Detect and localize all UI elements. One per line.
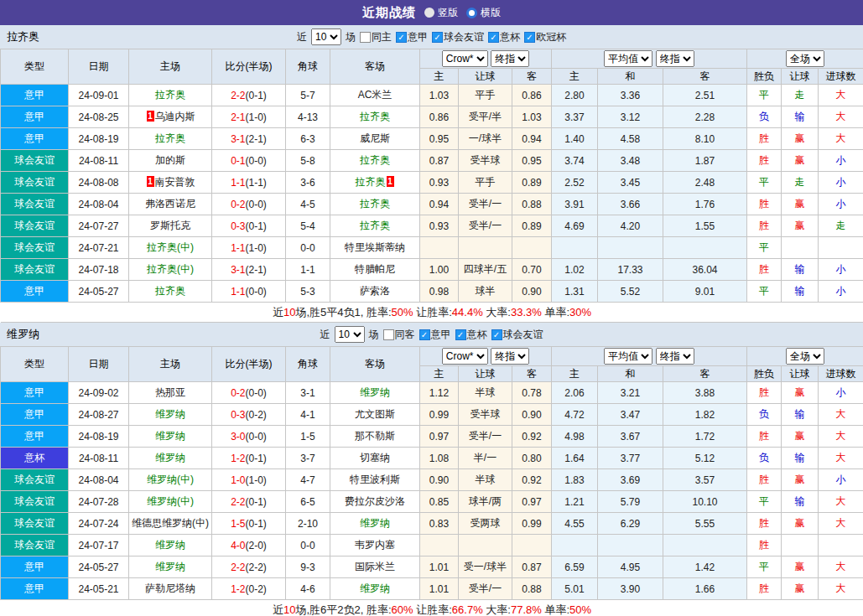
checkbox-unchecked-icon[interactable] xyxy=(383,329,394,340)
handicap-result-cell: 赢 xyxy=(782,194,819,215)
vertical-layout-radio[interactable]: 竖版 xyxy=(424,6,458,20)
team-label: 弗洛西诺尼 xyxy=(145,198,195,210)
team-label: 加的斯 xyxy=(155,154,185,166)
bookmaker-select[interactable]: Crow* xyxy=(442,50,488,67)
avg-away-cell: 10.10 xyxy=(663,491,747,513)
result-label: 赢 xyxy=(795,132,805,144)
handicap-result-cell: 输 xyxy=(782,448,819,469)
result-label: 平 xyxy=(759,495,769,507)
summary-text: 近 xyxy=(273,603,283,616)
avg-home-cell: 3.91 xyxy=(552,194,598,215)
away-team-cell: 韦罗内塞 xyxy=(330,535,420,556)
score-cell: 1-5(0-1) xyxy=(212,513,286,535)
odds-home-cell: 1.01 xyxy=(420,556,459,578)
odds-home-cell: 0.90 xyxy=(420,469,459,491)
checkbox-checked-icon[interactable]: ✓ xyxy=(419,329,430,340)
odds-away-cell xyxy=(512,237,552,259)
odds-away-cell: 0.78 xyxy=(512,382,552,404)
result-label: 大 xyxy=(836,582,846,594)
checkbox-checked-icon[interactable]: ✓ xyxy=(455,329,466,340)
match-row: 意甲24-05-21萨勒尼塔纳1-2(0-2)4-6维罗纳1.01受半/一0.8… xyxy=(1,578,863,600)
result-cell: 平 xyxy=(747,172,782,194)
horizontal-layout-radio[interactable]: 横版 xyxy=(466,6,501,20)
half-score: (0-1) xyxy=(246,453,267,464)
match-row: 球会友谊24-07-17维罗纳4-0(2-0)0-0韦罗内塞胜 xyxy=(1,535,863,556)
result-group-header: 全场 xyxy=(747,49,863,69)
league-filter[interactable]: ✓意杯 xyxy=(488,30,520,44)
result-cell: 负 xyxy=(747,448,782,469)
half-score: (0-2) xyxy=(246,409,267,421)
home-team-cell: 拉齐奥 xyxy=(129,281,212,303)
handicap-result-cell xyxy=(782,535,819,556)
same-venue-filter[interactable]: 同主 xyxy=(360,30,392,44)
match-row: 意甲24-08-251乌迪内斯2-1(1-0)4-13拉齐奥0.86受平/半1.… xyxy=(1,106,863,128)
result-label: 输 xyxy=(795,408,805,420)
near-label: 近 xyxy=(320,328,330,342)
avg-time-select[interactable]: 终指 xyxy=(656,348,694,365)
match-count-select[interactable]: 10 xyxy=(335,326,365,343)
odds-away-cell: 0.92 xyxy=(512,426,552,448)
league-filter[interactable]: ✓意杯 xyxy=(455,328,487,342)
col-avg-away: 客 xyxy=(663,69,747,85)
odds-home-cell: 1.03 xyxy=(420,85,459,106)
matches-unit-label: 场 xyxy=(369,328,379,342)
col-score: 比分(半场) xyxy=(212,347,286,382)
match-row: 意甲24-08-19拉齐奥3-1(2-1)6-3威尼斯0.95一/球半0.941… xyxy=(1,128,863,150)
league-filter[interactable]: ✓意甲 xyxy=(396,30,428,44)
odds-away-cell: 0.88 xyxy=(512,194,552,215)
type-badge: 意杯 xyxy=(1,448,69,469)
date-cell: 24-07-28 xyxy=(69,491,129,513)
odds-time-select[interactable]: 终指 xyxy=(491,348,529,365)
summary-text: 场,胜5平4负1, 胜率: xyxy=(295,306,391,318)
league-filter[interactable]: ✓欧冠杯 xyxy=(524,30,566,44)
match-row: 意甲24-05-27拉齐奥1-1(0-0)5-3萨索洛0.98球半0.901.3… xyxy=(1,281,863,303)
checkbox-unchecked-icon[interactable] xyxy=(360,32,371,43)
avg-time-select[interactable]: 终指 xyxy=(656,50,694,67)
league-filter[interactable]: ✓球会友谊 xyxy=(491,328,543,342)
bookmaker-select[interactable]: Crow* xyxy=(442,348,488,365)
radio-selected-icon[interactable] xyxy=(466,8,477,18)
odds-group-header: Crow* 终指 xyxy=(420,347,552,366)
red-card-badge: 1 xyxy=(147,111,154,122)
league-filter[interactable]: ✓球会友谊 xyxy=(432,30,484,44)
odds-away-cell: 0.89 xyxy=(512,172,552,194)
col-handicap-result: 让球 xyxy=(782,366,819,382)
result-label: 大 xyxy=(836,561,846,572)
away-team-cell: 拉齐奥 xyxy=(330,150,420,172)
col-odds-home: 主 xyxy=(420,366,459,382)
league-filter[interactable]: ✓意甲 xyxy=(419,328,451,342)
radio-unselected-icon[interactable] xyxy=(424,8,434,18)
goals-result-cell: 小 xyxy=(819,281,863,303)
corner-cell: 1-5 xyxy=(286,426,330,448)
avg-select[interactable]: 平均值 xyxy=(604,50,652,67)
type-badge: 意甲 xyxy=(1,85,69,106)
team-label: 费拉尔皮沙洛 xyxy=(345,495,405,507)
odds-time-select[interactable]: 终指 xyxy=(491,50,529,67)
scope-select[interactable]: 全场 xyxy=(786,50,824,67)
team-label: 南安普敦 xyxy=(155,176,195,188)
goals-result-cell: 大 xyxy=(819,448,863,469)
checkbox-checked-icon[interactable]: ✓ xyxy=(491,329,502,340)
goals-result-cell: 走 xyxy=(819,215,863,237)
goals-result-cell: 小 xyxy=(819,194,863,215)
odds-home-cell: 0.97 xyxy=(420,426,459,448)
corner-cell: 9-3 xyxy=(286,556,330,578)
match-count-select[interactable]: 10 xyxy=(311,28,341,45)
result-label: 大 xyxy=(836,430,846,442)
half-score: (0-0) xyxy=(246,155,267,167)
handicap-cell: 受两球 xyxy=(459,513,512,535)
scope-select[interactable]: 全场 xyxy=(786,348,824,365)
result-label: 小 xyxy=(836,263,846,275)
checkbox-checked-icon[interactable]: ✓ xyxy=(432,32,443,43)
avg-draw-cell: 3.21 xyxy=(598,382,663,404)
col-result: 胜负 xyxy=(747,366,782,382)
type-badge: 球会友谊 xyxy=(1,259,69,281)
avg-select[interactable]: 平均值 xyxy=(604,348,652,365)
result-cell: 胜 xyxy=(747,215,782,237)
checkbox-checked-icon[interactable]: ✓ xyxy=(488,32,499,43)
same-venue-filter[interactable]: 同客 xyxy=(383,328,415,342)
checkbox-checked-icon[interactable]: ✓ xyxy=(396,32,407,43)
handicap-cell xyxy=(459,237,512,259)
checkbox-checked-icon[interactable]: ✓ xyxy=(524,32,535,43)
header-selects-row: 类型 日期 主场 比分(半场) 角球 客场 Crow* 终指 平均值 终指 全场 xyxy=(1,347,863,366)
